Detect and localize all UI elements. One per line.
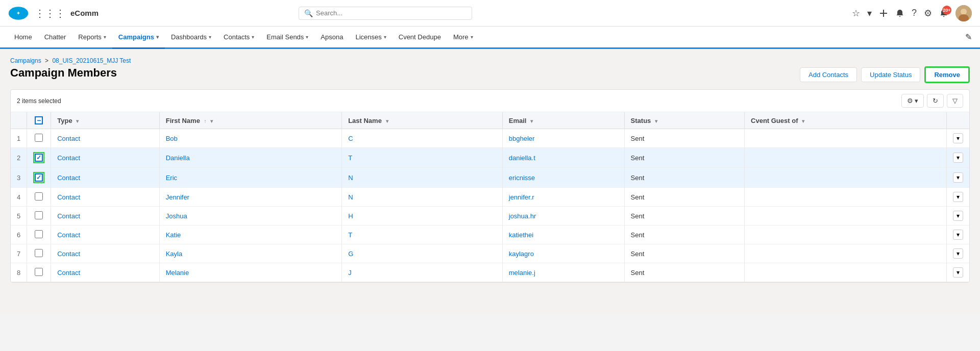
row-checkbox-checked[interactable] [35,154,43,162]
row-action-dropdown[interactable]: ▾ [953,133,963,143]
last-name-link[interactable]: C [348,135,353,142]
email-link[interactable]: katiethei [509,231,533,239]
first-name-link[interactable]: Daniella [166,154,190,162]
row-number: 3 [11,168,27,188]
contacts-chevron: ▾ [252,34,254,40]
th-cvent-guest[interactable]: Cvent Guest of ▾ [745,112,947,129]
last-name-link[interactable]: G [348,250,353,258]
nav-campaigns[interactable]: Campaigns ▾ [112,27,165,49]
row-checkbox[interactable] [35,249,43,257]
type-link[interactable]: Contact [57,135,80,142]
table-row: 6ContactKatieTkatietheiSent▾ [11,225,969,244]
cvent-sort-icon: ▾ [802,118,804,124]
last-name-link[interactable]: N [348,174,353,182]
type-link[interactable]: Contact [57,193,80,201]
app-grid-icon[interactable]: ⋮⋮⋮ [35,7,65,19]
nav-reports[interactable]: Reports ▾ [72,27,112,49]
type-link[interactable]: Contact [57,231,80,239]
type-link[interactable]: Contact [57,269,80,277]
favorites-button[interactable]: ☆ [852,8,860,19]
first-name-link[interactable]: Eric [166,174,177,182]
email-link[interactable]: melanie.j [509,269,535,277]
row-action-dropdown[interactable]: ▾ [953,248,963,259]
nav-contacts[interactable]: Contacts ▾ [217,27,260,49]
row-checkbox-checked[interactable] [35,173,43,182]
nav-home[interactable]: Home [8,27,38,49]
last-name-link[interactable]: J [348,269,352,277]
row-first-name: Joshua [159,207,341,225]
breadcrumb-child[interactable]: 08_UIS_20210615_MJJ Test [52,57,131,64]
first-name-link[interactable]: Joshua [166,212,187,220]
email-link[interactable]: bbgheler [509,135,535,142]
th-type[interactable]: Type ▾ [51,112,159,129]
row-checkbox[interactable] [35,192,43,200]
row-action-dropdown[interactable]: ▾ [953,267,963,278]
nav-email-sends[interactable]: Email Sends ▾ [260,27,314,49]
row-action-dropdown[interactable]: ▾ [953,172,963,183]
update-status-button[interactable]: Update Status [861,67,920,82]
user-avatar[interactable] [955,5,972,21]
row-action-dropdown[interactable]: ▾ [953,192,963,202]
breadcrumb-parent[interactable]: Campaigns [10,57,41,64]
settings-button[interactable]: ⚙ [924,8,932,19]
notifications-button[interactable]: 20+ [939,9,948,18]
help-button[interactable]: ? [912,8,917,18]
last-name-link[interactable]: T [348,231,352,239]
remove-button[interactable]: Remove [924,66,970,83]
row-checkbox[interactable] [35,268,43,276]
th-email[interactable]: Email ▾ [502,112,624,129]
row-checkbox[interactable] [35,230,43,238]
row-action-dropdown[interactable]: ▾ [953,211,963,221]
last-name-link[interactable]: N [348,193,353,201]
settings-dropdown-button[interactable]: ⚙ ▾ [901,94,924,108]
first-name-link[interactable]: Kayla [166,250,183,258]
select-all-checkbox[interactable] [35,116,43,124]
row-action-cell: ▾ [947,225,970,244]
first-name-link[interactable]: Bob [166,135,178,142]
filter-button[interactable]: ▽ [947,94,963,108]
th-status[interactable]: Status ▾ [624,112,744,129]
row-action-dropdown[interactable]: ▾ [953,230,963,240]
row-checkbox[interactable] [35,134,43,142]
th-check[interactable] [27,112,51,129]
add-contacts-button[interactable]: Add Contacts [800,67,857,82]
alerts-button[interactable] [895,9,904,18]
row-checkbox[interactable] [35,211,43,219]
table-row: 1ContactBobCbbghelerSent▾ [11,129,969,148]
type-link[interactable]: Contact [57,154,80,162]
row-status: Sent [624,188,744,207]
nav-chatter[interactable]: Chatter [38,27,72,49]
th-last-name[interactable]: Last Name ▾ [342,112,503,129]
row-last-name: N [342,188,503,207]
row-first-name: Eric [159,168,341,188]
email-link[interactable]: ericnisse [509,174,535,182]
search-input[interactable] [316,9,467,17]
add-button[interactable] [879,9,888,18]
email-link[interactable]: joshua.hr [509,212,536,220]
row-type: Contact [51,207,159,225]
first-name-link[interactable]: Katie [166,231,181,239]
nav-dashboards[interactable]: Dashboards ▾ [165,27,217,49]
type-link[interactable]: Contact [57,174,80,182]
th-first-name[interactable]: First Name ↑ ▾ [159,112,341,129]
email-link[interactable]: kaylagro [509,250,534,258]
type-link[interactable]: Contact [57,250,80,258]
type-link[interactable]: Contact [57,212,80,220]
row-type: Contact [51,168,159,188]
nav-apsona[interactable]: Apsona [314,27,349,49]
email-link[interactable]: daniella.t [509,154,535,162]
first-name-link[interactable]: Jennifer [166,193,189,201]
nav-edit-icon[interactable]: ✎ [965,32,972,42]
row-action-cell: ▾ [947,207,970,225]
row-type: Contact [51,263,159,282]
first-name-link[interactable]: Melanie [166,269,189,277]
nav-more[interactable]: More ▾ [447,27,479,49]
row-action-dropdown[interactable]: ▾ [953,153,963,163]
favorites-dropdown[interactable]: ▾ [867,8,872,19]
nav-cvent-dedupe[interactable]: Cvent Dedupe [393,27,447,49]
last-name-link[interactable]: H [348,212,353,220]
nav-licenses[interactable]: Licenses ▾ [349,27,392,49]
email-link[interactable]: jennifer.r [509,193,534,201]
refresh-button[interactable]: ↻ [927,94,944,108]
last-name-link[interactable]: T [348,154,352,162]
